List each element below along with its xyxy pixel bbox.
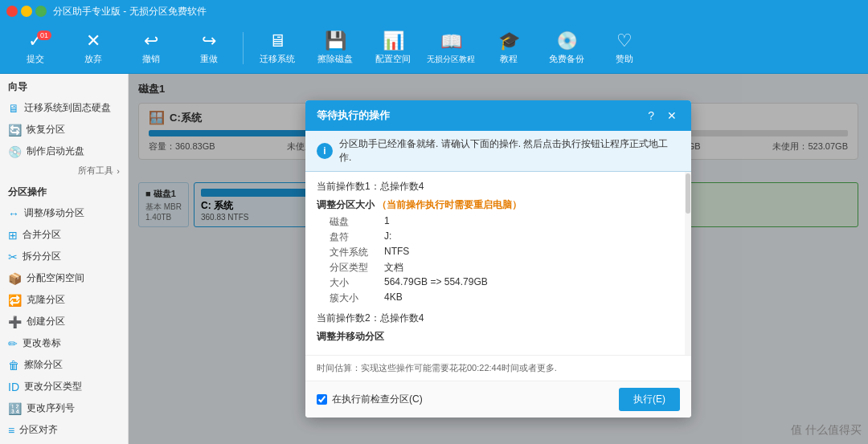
config-space-label: 配置空间 xyxy=(375,53,411,65)
maximize-button[interactable] xyxy=(35,6,47,17)
serial-icon: 🔢 xyxy=(8,402,22,415)
sidebar-serial-label: 更改序列号 xyxy=(27,401,75,415)
app-title: 分区助手专业版 - 无损分区免费软件 xyxy=(53,5,207,18)
toolbar-divider-1 xyxy=(243,32,244,64)
sidebar-erase-label: 擦除分区 xyxy=(24,358,63,372)
sidebar-item-restore[interactable]: 🔄 恢复分区 xyxy=(0,119,128,141)
modal-header: 等待执行的操作 ? ✕ xyxy=(305,100,691,131)
sidebar-clone-label: 克隆分区 xyxy=(27,293,65,307)
config-space-icon: 📊 xyxy=(383,31,404,51)
toolbar-sponsor[interactable]: ♡ 赞助 xyxy=(597,26,652,71)
check-before-exec[interactable] xyxy=(317,394,327,405)
sidebar-align-label: 分区对齐 xyxy=(19,423,58,437)
toolbar-migrate[interactable]: 🖥 迁移系统 xyxy=(250,26,305,71)
sidebar-item-split[interactable]: ✂ 拆分分区 xyxy=(0,246,128,267)
modal-body: 当前操作数1：总操作数4 调整分区大小 （当前操作执行时需要重启电脑） 磁盘 1… xyxy=(305,172,691,355)
erase-icon: 🗑 xyxy=(8,359,19,372)
clone-icon: 🔁 xyxy=(8,294,22,307)
modal-detail-table: 磁盘 1 盘符 J: 文件系统 NTFS 分区类型 xyxy=(330,215,680,305)
sidebar-item-alloc[interactable]: 📦 分配空闲空间 xyxy=(0,267,128,289)
modal-time-estimate: 时间估算：实现这些操作可能需要花花00:22:44时间或者更多. xyxy=(305,355,691,381)
rename-icon: ✏ xyxy=(8,337,18,350)
sidebar-item-changetype[interactable]: ID 更改分区类型 xyxy=(0,376,128,397)
sidebar-item-merge[interactable]: ⊞ 合并分区 xyxy=(0,224,128,246)
modal-close-button[interactable]: ✕ xyxy=(664,109,680,122)
merge-icon: ⊞ xyxy=(8,229,18,242)
sidebar-more[interactable]: 所有工具 › xyxy=(0,162,128,179)
sidebar-alloc-label: 分配空闲空间 xyxy=(27,271,84,285)
toolbar-tutorial[interactable]: 📖 无损分区教程 xyxy=(424,26,478,71)
modal: 等待执行的操作 ? ✕ i 分区助手已经准备就绪. 请确认下面的操作. 然后点击… xyxy=(305,100,691,418)
split-icon: ✂ xyxy=(8,251,18,263)
sidebar-item-serial[interactable]: 🔢 更改序列号 xyxy=(0,397,128,419)
close-button[interactable] xyxy=(6,6,18,17)
sidebar-migrate-label: 迁移系统到固态硬盘 xyxy=(24,101,111,115)
modal-op2-title: 调整并移动分区 xyxy=(317,330,680,344)
modal-header-controls: ? ✕ xyxy=(645,109,680,122)
toolbar-undo[interactable]: ↩ 撤销 xyxy=(124,26,178,71)
migrate-sys-icon: 🖥 xyxy=(8,102,19,115)
sidebar-item-migrate[interactable]: 🖥 迁移系统到固态硬盘 xyxy=(0,97,128,119)
toolbar-config-space[interactable]: 📊 配置空间 xyxy=(366,26,420,71)
migrate-icon: 🖥 xyxy=(268,31,286,51)
sidebar-item-resize[interactable]: ↔ 调整/移动分区 xyxy=(0,202,128,224)
modal-op1-title: 调整分区大小 （当前操作执行时需要重启电脑） xyxy=(317,198,680,212)
sidebar-item-clone[interactable]: 🔁 克隆分区 xyxy=(0,289,128,311)
alloc-icon: 📦 xyxy=(8,272,22,285)
sponsor-label: 赞助 xyxy=(616,53,633,65)
align-icon: ≡ xyxy=(8,424,14,437)
detail-row-drive: 盘符 J: xyxy=(330,230,680,244)
sidebar-item-create[interactable]: ➕ 创建分区 xyxy=(0,311,128,332)
modal-overlay: 等待执行的操作 ? ✕ i 分区助手已经准备就绪. 请确认下面的操作. 然后点击… xyxy=(129,74,868,444)
modal-title: 等待执行的操作 xyxy=(317,108,390,123)
sponsor-icon: ♡ xyxy=(616,31,633,51)
window-controls[interactable] xyxy=(6,6,47,17)
sidebar-rename-label: 更改卷标 xyxy=(23,336,61,350)
info-icon: i xyxy=(317,143,333,159)
redo-icon: ↪ xyxy=(202,31,216,51)
sidebar-bootdisk-label: 制作启动光盘 xyxy=(27,145,84,158)
sidebar-create-label: 创建分区 xyxy=(27,315,65,328)
toolbar-backup[interactable]: 💿 免费备份 xyxy=(539,26,594,71)
sidebar-item-align[interactable]: ≡ 分区对齐 xyxy=(0,419,128,441)
tutorial-label: 无损分区教程 xyxy=(427,54,475,65)
detail-row-disk: 磁盘 1 xyxy=(330,215,680,229)
discard-label: 放弃 xyxy=(84,53,102,65)
undo-icon: ↩ xyxy=(144,31,158,51)
discard-icon: ✕ xyxy=(86,31,100,51)
submit-badge: 01 xyxy=(37,31,51,40)
sidebar-item-erase[interactable]: 🗑 擦除分区 xyxy=(0,354,128,376)
main-layout: 向导 🖥 迁移系统到固态硬盘 🔄 恢复分区 💿 制作启动光盘 所有工具 › 分区… xyxy=(0,74,868,444)
scrollbar-thumb[interactable] xyxy=(686,173,690,214)
minimize-button[interactable] xyxy=(21,6,32,17)
changetype-icon: ID xyxy=(8,381,19,393)
op1-warning[interactable]: （当前操作执行时需要重启电脑） xyxy=(377,199,522,210)
toolbar-guide[interactable]: 🎓 教程 xyxy=(481,26,536,71)
sidebar-more-label: 所有工具 xyxy=(78,165,113,177)
toolbar-redo[interactable]: ↪ 重做 xyxy=(182,26,236,71)
modal-op2-count: 当前操作数2：总操作数4 xyxy=(317,312,680,325)
toolbar-erase-disk[interactable]: 💾 擦除磁盘 xyxy=(308,26,362,71)
sidebar-item-bootdisk[interactable]: 💿 制作启动光盘 xyxy=(0,141,128,162)
checkbox-label: 在执行前检查分区(C) xyxy=(332,393,423,406)
execute-button[interactable]: 执行(E) xyxy=(619,388,680,411)
chevron-right-icon: › xyxy=(117,166,120,176)
modal-footer: 在执行前检查分区(C) 执行(E) xyxy=(305,381,691,418)
title-bar: 分区助手专业版 - 无损分区免费软件 xyxy=(0,0,868,22)
resize-icon: ↔ xyxy=(8,207,19,220)
erase-disk-icon: 💾 xyxy=(325,31,346,51)
op1-title-text: 调整分区大小 xyxy=(317,199,375,210)
detail-row-type: 分区类型 文档 xyxy=(330,261,680,275)
modal-help-button[interactable]: ? xyxy=(645,109,657,122)
sidebar-restore-label: 恢复分区 xyxy=(27,123,65,136)
toolbar-discard[interactable]: ✕ 放弃 xyxy=(66,26,121,71)
sidebar-item-rename[interactable]: ✏ 更改卷标 xyxy=(0,332,128,354)
sidebar-item-props[interactable]: ℹ 属性 xyxy=(0,441,128,444)
sidebar: 向导 🖥 迁移系统到固态硬盘 🔄 恢复分区 💿 制作启动光盘 所有工具 › 分区… xyxy=(0,74,129,444)
undo-label: 撤销 xyxy=(142,53,160,65)
toolbar-submit[interactable]: 01 ✓ 提交 xyxy=(8,26,63,71)
sidebar-resize-label: 调整/移动分区 xyxy=(24,206,84,220)
redo-label: 重做 xyxy=(200,53,218,65)
scrollbar-track[interactable] xyxy=(685,172,691,355)
tutorial-icon: 📖 xyxy=(440,31,462,52)
